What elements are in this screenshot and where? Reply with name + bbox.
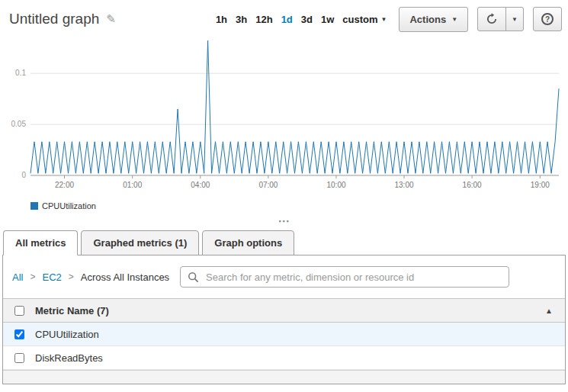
header-bar: Untitled graph ✎ 1h 3h 12h 1d 3d 1w cust… (0, 0, 568, 34)
chevron-down-icon: ▼ (451, 16, 457, 23)
tab-graph-options[interactable]: Graph options (202, 230, 294, 255)
row-checkbox[interactable] (14, 329, 24, 339)
table-row-partial[interactable] (3, 370, 565, 384)
time-range-1d[interactable]: 1d (281, 14, 293, 25)
metric-graph-area: 00.050.122:0001:0004:0007:0010:0013:0016… (0, 34, 568, 212)
refresh-icon (486, 13, 498, 25)
breadcrumb-link-all[interactable]: All (12, 272, 23, 283)
all-metrics-panel: All > EC2 > Across All Instances (2, 255, 566, 384)
time-range-3d[interactable]: 3d (301, 14, 313, 25)
panel-resize-handle[interactable]: ⋯ (0, 217, 568, 229)
refresh-split-button: ▼ (477, 7, 524, 31)
time-range-custom[interactable]: custom ▼ (342, 14, 387, 25)
time-range-12h[interactable]: 12h (255, 14, 272, 25)
help-icon: ? (541, 13, 554, 25)
breadcrumb-separator: > (30, 272, 35, 282)
svg-text:13:00: 13:00 (394, 181, 413, 189)
chevron-down-icon: ▼ (381, 16, 387, 23)
refresh-button[interactable] (477, 7, 506, 31)
legend-label: CPUUtilization (42, 201, 96, 210)
svg-text:0: 0 (21, 171, 26, 179)
custom-label: custom (342, 14, 377, 25)
row-checkbox[interactable] (14, 353, 24, 363)
svg-text:01:00: 01:00 (123, 181, 142, 189)
metric-search-box[interactable] (180, 266, 509, 288)
table-header-row[interactable]: Metric Name (7) ▲ (3, 298, 565, 323)
table-row-diskreadbytes[interactable]: DiskReadBytes (3, 346, 565, 370)
breadcrumb: All > EC2 > Across All Instances (12, 272, 169, 283)
chevron-down-icon: ▼ (512, 16, 518, 23)
svg-text:04:00: 04:00 (191, 181, 210, 189)
legend-swatch (30, 202, 38, 210)
time-range-selector: 1h 3h 12h 1d 3d 1w custom ▼ (216, 14, 387, 25)
tabs-bar: All metrics Graphed metrics (1) Graph op… (2, 230, 566, 255)
breadcrumb-search-row: All > EC2 > Across All Instances (3, 255, 565, 298)
tab-graphed-metrics[interactable]: Graphed metrics (1) (81, 230, 199, 255)
sort-ascending-icon[interactable]: ▲ (545, 307, 553, 315)
table-row-cpuutilization[interactable]: CPUUtilization (3, 323, 565, 346)
metric-label: DiskReadBytes (35, 352, 565, 364)
refresh-options-button[interactable]: ▼ (505, 7, 524, 31)
metric-label: CPUUtilization (35, 329, 565, 340)
svg-text:19:00: 19:00 (531, 181, 550, 189)
svg-text:0.1: 0.1 (15, 69, 26, 77)
svg-text:10:00: 10:00 (326, 181, 345, 189)
metric-name-column-header[interactable]: Metric Name (7) (35, 305, 545, 316)
time-range-3h[interactable]: 3h (236, 14, 247, 25)
tab-all-metrics[interactable]: All metrics (3, 230, 78, 255)
select-all-checkbox[interactable] (14, 306, 24, 316)
time-range-1h[interactable]: 1h (216, 14, 227, 25)
legend-item[interactable]: CPUUtilization (30, 200, 568, 212)
svg-text:22:00: 22:00 (55, 181, 74, 189)
search-input[interactable] (204, 271, 502, 284)
page-title: Untitled graph (9, 11, 99, 27)
svg-text:16:00: 16:00 (463, 181, 482, 189)
metrics-table: Metric Name (7) ▲ CPUUtilization DiskRea… (3, 298, 565, 384)
cpu-utilization-chart: 00.050.122:0001:0004:0007:0010:0013:0016… (0, 35, 568, 198)
breadcrumb-link-ec2[interactable]: EC2 (42, 272, 61, 283)
search-icon (188, 272, 199, 283)
actions-button[interactable]: Actions ▼ (399, 7, 468, 32)
breadcrumb-separator: > (69, 272, 74, 282)
svg-text:0.05: 0.05 (11, 120, 27, 128)
help-button[interactable]: ? (533, 7, 562, 31)
metrics-browser: All metrics Graphed metrics (1) Graph op… (2, 230, 566, 384)
edit-title-pencil-icon[interactable]: ✎ (106, 12, 116, 26)
svg-text:07:00: 07:00 (258, 181, 278, 189)
breadcrumb-current: Across All Instances (81, 272, 169, 283)
time-range-1w[interactable]: 1w (321, 14, 334, 25)
cloudwatch-metrics-page: Untitled graph ✎ 1h 3h 12h 1d 3d 1w cust… (0, 0, 568, 384)
actions-label: Actions (409, 14, 446, 25)
